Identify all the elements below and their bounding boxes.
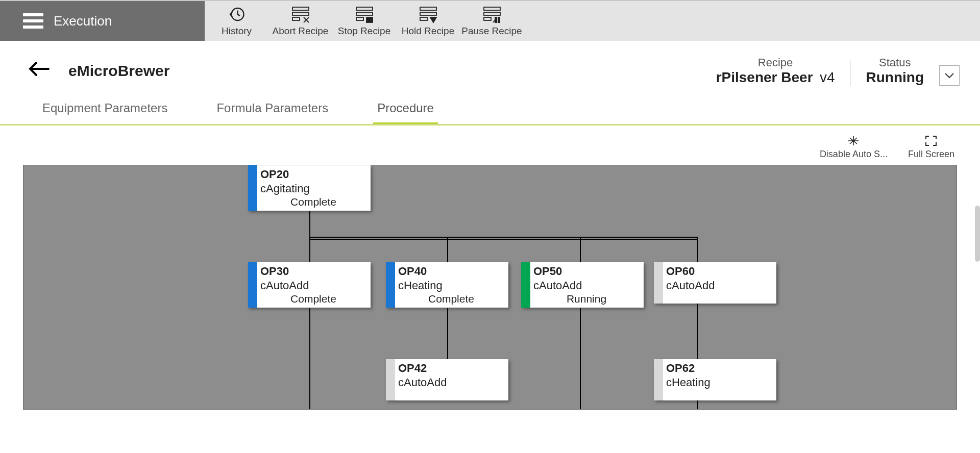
- recipe-version: v4: [820, 69, 835, 85]
- recipe-label: Recipe: [716, 56, 835, 69]
- stop-recipe-button[interactable]: Stop Recipe: [332, 5, 396, 37]
- op-node-op20[interactable]: OP20 cAgitating Complete: [248, 165, 371, 211]
- hold-recipe-button[interactable]: Hold Recipe: [396, 5, 460, 37]
- op-status: Complete: [260, 292, 366, 306]
- op-name: OP40: [398, 264, 504, 279]
- back-arrow-icon[interactable]: [28, 60, 51, 83]
- stop-label: Stop Recipe: [338, 26, 391, 36]
- svg-rect-2: [292, 12, 309, 15]
- status-stripe: [386, 262, 395, 308]
- status-dropdown[interactable]: [939, 65, 960, 86]
- status-stripe: [654, 262, 663, 304]
- recipe-info: Recipe rPilsener Beer v4: [716, 56, 835, 86]
- scrollbar[interactable]: [975, 206, 980, 262]
- top-toolbar: Execution History Abort Recipe Stop Reci…: [0, 0, 980, 41]
- connector: [309, 237, 697, 238]
- svg-rect-3: [292, 17, 300, 20]
- connector: [580, 237, 581, 262]
- status-stripe: [386, 359, 395, 400]
- chevron-down-icon: [944, 72, 954, 79]
- canvas-toolbar: Disable Auto S... Full Screen: [0, 125, 980, 165]
- history-button[interactable]: History: [205, 5, 268, 37]
- procedure-canvas[interactable]: OP20 cAgitating Complete OP30 cAutoAdd C…: [23, 165, 957, 410]
- procedure-canvas-wrap: OP20 cAgitating Complete OP30 cAutoAdd C…: [0, 165, 980, 410]
- status-info: Status Running: [866, 56, 924, 86]
- svg-rect-4: [356, 7, 373, 10]
- status-stripe: [248, 262, 257, 308]
- full-screen-button[interactable]: Full Screen: [908, 135, 954, 160]
- svg-rect-11: [484, 7, 500, 10]
- svg-rect-12: [484, 12, 500, 15]
- op-type: cAutoAdd: [533, 279, 640, 293]
- pause-icon: [482, 5, 502, 23]
- tab-bar: Equipment Parameters Formula Parameters …: [0, 96, 980, 124]
- pause-label: Pause Recipe: [461, 26, 522, 36]
- op-type: cHeating: [666, 375, 772, 390]
- svg-rect-6: [356, 17, 363, 20]
- connector: [309, 308, 310, 410]
- hamburger-icon[interactable]: [23, 13, 43, 29]
- history-label: History: [222, 26, 252, 36]
- disable-auto-label: Disable Auto S...: [820, 149, 888, 159]
- op-node-op60[interactable]: OP60 cAutoAdd: [654, 262, 776, 304]
- op-name: OP42: [398, 361, 504, 375]
- svg-rect-1: [292, 7, 309, 10]
- separator: [850, 60, 850, 86]
- op-type: cAutoAdd: [398, 375, 504, 390]
- op-type: cAutoAdd: [260, 279, 366, 293]
- header-info: Recipe rPilsener Beer v4 Status Running: [716, 56, 960, 86]
- connector: [309, 237, 310, 262]
- execution-header: Execution: [0, 1, 205, 41]
- connector: [580, 308, 581, 410]
- svg-rect-10: [420, 17, 427, 20]
- op-name: OP30: [260, 264, 366, 279]
- svg-rect-7: [366, 17, 373, 22]
- tab-formula-parameters[interactable]: Formula Parameters: [212, 96, 332, 124]
- page-header: eMicroBrewer Recipe rPilsener Beer v4 St…: [0, 41, 980, 96]
- op-name: OP60: [666, 264, 772, 279]
- status-label: Status: [866, 56, 924, 69]
- tab-equipment-parameters[interactable]: Equipment Parameters: [38, 96, 172, 124]
- op-status: Complete: [398, 292, 504, 306]
- abort-recipe-button[interactable]: Abort Recipe: [268, 5, 332, 37]
- toolbar-buttons: History Abort Recipe Stop Recipe Hold Re…: [205, 1, 524, 41]
- fullscreen-icon: [924, 135, 938, 147]
- pause-recipe-button[interactable]: Pause Recipe: [460, 5, 524, 37]
- recipe-name: rPilsener Beer: [716, 69, 813, 85]
- disable-auto-scroll-button[interactable]: Disable Auto S...: [820, 135, 888, 160]
- op-status: Complete: [260, 195, 366, 209]
- status-value: Running: [866, 69, 924, 86]
- svg-rect-9: [420, 12, 436, 15]
- op-type: cAgitating: [260, 182, 366, 196]
- op-type: cHeating: [398, 279, 504, 293]
- execution-label: Execution: [54, 13, 112, 29]
- op-node-op30[interactable]: OP30 cAutoAdd Complete: [248, 262, 371, 308]
- stop-icon: [354, 5, 375, 23]
- history-icon: [228, 5, 246, 23]
- op-name: OP62: [666, 361, 772, 375]
- disable-auto-icon: [847, 135, 860, 147]
- tab-procedure[interactable]: Procedure: [373, 96, 438, 124]
- op-node-op40[interactable]: OP40 cHeating Complete: [386, 262, 508, 308]
- op-node-op50[interactable]: OP50 cAutoAdd Running: [521, 262, 644, 308]
- op-node-op62[interactable]: OP62 cHeating: [654, 359, 776, 400]
- connector: [309, 211, 310, 237]
- op-name: OP50: [533, 264, 640, 279]
- page-title: eMicroBrewer: [68, 62, 169, 80]
- status-stripe: [654, 359, 663, 400]
- op-type: cAutoAdd: [666, 279, 772, 293]
- connector: [447, 237, 448, 262]
- op-node-op42[interactable]: OP42 cAutoAdd: [386, 359, 508, 400]
- svg-rect-5: [356, 12, 373, 15]
- hold-label: Hold Recipe: [402, 26, 455, 36]
- svg-rect-8: [420, 7, 436, 10]
- abort-icon: [290, 5, 311, 23]
- svg-rect-13: [484, 17, 491, 20]
- status-stripe: [248, 165, 257, 211]
- op-status: Running: [533, 292, 640, 306]
- op-name: OP20: [260, 167, 366, 182]
- hold-icon: [418, 5, 438, 23]
- status-stripe: [521, 262, 530, 308]
- connector: [447, 308, 448, 359]
- fullscreen-label: Full Screen: [908, 149, 954, 159]
